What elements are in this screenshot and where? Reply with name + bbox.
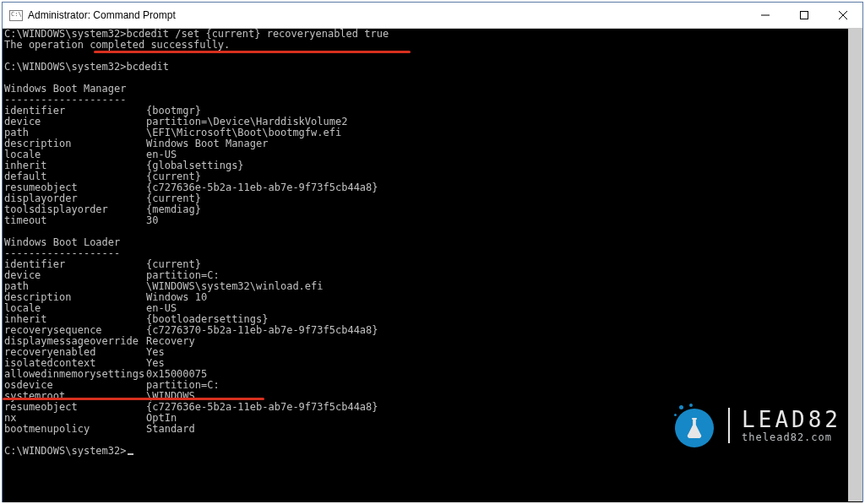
kv-row: displayorder{current} <box>4 193 861 204</box>
kv-value: \WINDOWS\system32\winload.efi <box>146 280 324 292</box>
boot-manager-rows: identifier{bootmgr}devicepartition=\Devi… <box>4 106 861 226</box>
kv-row: toolsdisplayorder{memdiag} <box>4 204 861 215</box>
kv-row: default{current} <box>4 171 861 182</box>
kv-row: osdevicepartition=C: <box>4 380 861 391</box>
kv-value: partition=C: <box>146 269 220 281</box>
section-heading-boot-manager: Windows Boot Manager <box>4 84 861 95</box>
kv-value: {bootloadersettings} <box>146 313 269 325</box>
close-button[interactable] <box>824 3 862 28</box>
vertical-scrollbar[interactable] <box>848 28 862 501</box>
kv-value: {current} <box>146 192 201 204</box>
kv-row: descriptionWindows Boot Manager <box>4 138 861 149</box>
annotation-underline-1 <box>94 51 411 53</box>
kv-row: path\WINDOWS\system32\winload.efi <box>4 281 861 292</box>
kv-value: {c727636e-5b2a-11eb-ab7e-9f73f5cb44a8} <box>146 182 378 193</box>
kv-value: \EFI\Microsoft\Boot\bootmgfw.efi <box>146 127 341 138</box>
flask-icon <box>672 404 716 447</box>
minimize-button[interactable] <box>746 3 785 28</box>
kv-value: partition=C: <box>146 379 220 391</box>
kv-row: devicepartition=C: <box>4 270 861 281</box>
svg-rect-0 <box>801 12 808 19</box>
kv-value: {c727636e-5b2a-11eb-ab7e-9f73f5cb44a8} <box>146 401 378 413</box>
kv-value: Yes <box>146 357 165 369</box>
kv-value: {current} <box>146 258 201 270</box>
kv-row: recoveryenabledYes <box>4 347 861 358</box>
kv-row: displaymessageoverrideRecovery <box>4 336 861 347</box>
watermark: LEAD82 thelead82.com <box>672 404 841 447</box>
kv-value: Windows 10 <box>146 291 207 303</box>
kv-row: descriptionWindows 10 <box>4 292 861 303</box>
kv-key: timeout <box>4 215 146 226</box>
command-1-output: The operation completed successfully. <box>4 40 861 51</box>
kv-value: en-US <box>146 149 177 160</box>
kv-value: {c7276370-5b2a-11eb-ab7e-9f73f5cb44a8} <box>146 324 378 336</box>
cursor <box>128 453 133 455</box>
watermark-brand: LEAD82 <box>742 409 841 431</box>
command-2: bcdedit <box>127 61 170 73</box>
section-rule: ------------------- <box>4 248 861 259</box>
section-rule: -------------------- <box>4 95 861 106</box>
prompt-path: C:\WINDOWS\system32> <box>4 445 127 457</box>
kv-value: {current} <box>146 171 201 182</box>
section-heading-boot-loader: Windows Boot Loader <box>4 237 861 248</box>
prompt-path: C:\WINDOWS\system32> <box>4 61 127 73</box>
command-prompt-window: Administrator: Command Prompt C:\WINDOWS… <box>2 2 863 502</box>
kv-row: systemroot\WINDOWS <box>4 391 861 402</box>
kv-value: {bootmgr} <box>146 105 201 117</box>
kv-row: inherit{globalsettings} <box>4 160 861 171</box>
kv-row: resumeobject{c727636e-5b2a-11eb-ab7e-9f7… <box>4 182 861 193</box>
kv-row: path\EFI\Microsoft\Boot\bootmgfw.efi <box>4 127 861 138</box>
kv-row: timeout30 <box>4 215 861 226</box>
kv-value: {memdiag} <box>146 203 201 215</box>
kv-value: 30 <box>146 214 158 226</box>
kv-value: {globalsettings} <box>146 160 244 171</box>
annotation-underline-2 <box>3 398 264 400</box>
cmd-icon <box>9 8 23 22</box>
scrollbar-thumb[interactable] <box>848 28 862 501</box>
kv-value: partition=\Device\HarddiskVolume2 <box>146 116 347 127</box>
kv-value: Recovery <box>146 335 195 347</box>
kv-key: bootmenupolicy <box>4 424 146 435</box>
kv-value: Standard <box>146 423 195 435</box>
window-title: Administrator: Command Prompt <box>28 9 176 21</box>
kv-value: OptIn <box>146 412 177 424</box>
kv-value: Yes <box>146 346 165 358</box>
kv-row: identifier{current} <box>4 259 861 270</box>
kv-value: Windows Boot Manager <box>146 138 269 149</box>
kv-value: en-US <box>146 302 177 314</box>
kv-row: identifier{bootmgr} <box>4 106 861 117</box>
kv-row: localeen-US <box>4 303 861 314</box>
maximize-button[interactable] <box>785 3 824 28</box>
kv-key: resumeobject <box>4 402 146 413</box>
kv-row: localeen-US <box>4 149 861 160</box>
watermark-url: thelead82.com <box>742 432 841 442</box>
kv-row: allowedinmemorysettings0x15000075 <box>4 369 861 380</box>
terminal-area[interactable]: C:\WINDOWS\system32>bcdedit /set {curren… <box>3 29 862 502</box>
kv-row: inherit{bootloadersettings} <box>4 314 861 325</box>
kv-row: devicepartition=\Device\HarddiskVolume2 <box>4 117 861 127</box>
kv-value: 0x15000075 <box>146 368 207 380</box>
titlebar[interactable]: Administrator: Command Prompt <box>3 3 862 29</box>
